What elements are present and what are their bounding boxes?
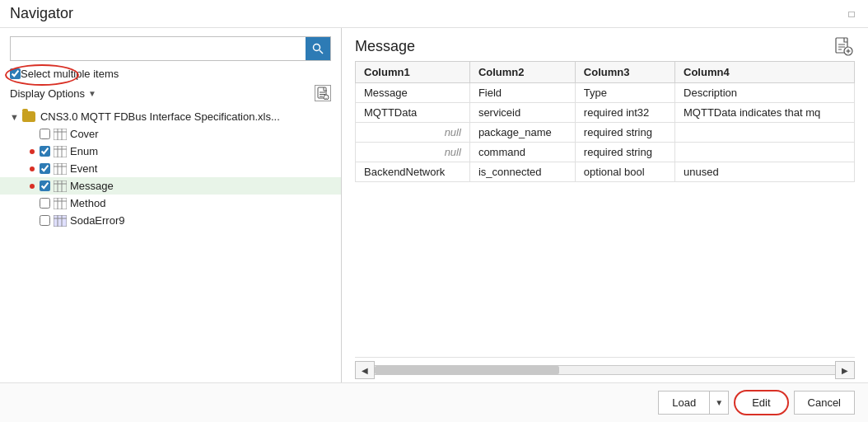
tree-item-label: Event	[70, 162, 97, 175]
data-table: Column1 Column2 Column3 Column4 Message …	[355, 61, 855, 182]
tree-item-checkbox-message[interactable]	[40, 181, 50, 191]
col-header-1: Column1	[356, 62, 470, 83]
display-options-button[interactable]: Display Options ▼	[10, 87, 96, 100]
col-header-3: Column3	[575, 62, 674, 83]
scroll-right-button[interactable]: ▶	[835, 361, 855, 379]
table-cell: MQTTData indicates that mq	[675, 103, 855, 123]
right-header: Message	[342, 28, 868, 61]
search-bar	[10, 36, 331, 61]
window-title: Navigator	[10, 5, 73, 22]
folder-icon	[22, 111, 35, 122]
table-icon	[54, 146, 67, 157]
document-icon	[833, 36, 853, 56]
table-cell: Type	[575, 83, 674, 103]
dot-indicator	[30, 184, 35, 189]
table-icon	[54, 181, 67, 192]
svg-point-0	[314, 45, 320, 51]
table-cell: serviceid	[469, 103, 575, 123]
search-button[interactable]	[306, 37, 330, 60]
tree-arrow-icon: ▼	[10, 112, 19, 122]
chevron-down-icon: ▼	[88, 89, 96, 98]
minimize-button[interactable]: □	[845, 7, 858, 21]
navigator-window: Navigator □ Select multiple i	[0, 0, 868, 422]
svg-rect-28	[54, 215, 67, 227]
tree-item-checkbox-event[interactable]	[40, 163, 50, 174]
tree-item-checkbox-sodaerror9[interactable]	[40, 215, 50, 226]
main-content: Select multiple items Display Options ▼	[0, 28, 868, 382]
scroll-left-button[interactable]: ◀	[355, 361, 375, 379]
display-options-row: Display Options ▼ +	[0, 82, 341, 105]
tree-root[interactable]: ▼ CNS3.0 MQTT FDBus Interface Specificat…	[0, 108, 341, 125]
tree-item-message[interactable]: Message	[0, 177, 341, 195]
search-input[interactable]	[11, 40, 306, 59]
svg-rect-16	[54, 163, 67, 175]
right-panel-title: Message	[355, 38, 415, 55]
table-cell-null: null	[356, 143, 470, 162]
table-cell: required string	[575, 143, 674, 162]
display-options-icon-btn[interactable]: +	[315, 85, 331, 101]
right-panel: Message	[342, 28, 868, 382]
edit-button[interactable]: Edit	[734, 390, 788, 415]
table-cell: MQTTData	[356, 103, 470, 123]
page-icon: +	[316, 87, 329, 100]
search-icon	[312, 43, 324, 54]
tree-area: ▼ CNS3.0 MQTT FDBus Interface Specificat…	[0, 105, 341, 382]
tree-item-label: Enum	[70, 145, 98, 157]
tree-item[interactable]: Event	[0, 160, 341, 177]
tree-item[interactable]: Enum	[0, 143, 341, 160]
table-row: null command required string	[356, 143, 855, 162]
load-dropdown-arrow[interactable]: ▼	[710, 392, 728, 414]
svg-rect-20	[54, 181, 67, 192]
svg-text:+: +	[325, 96, 328, 101]
table-cell: BackendNetwork	[356, 162, 470, 182]
table-container: Column1 Column2 Column3 Column4 Message …	[342, 61, 868, 357]
svg-line-1	[320, 50, 323, 54]
tree-item[interactable]: SodaError9	[0, 212, 341, 229]
title-bar-controls: □	[845, 7, 858, 21]
tree-root-label: CNS3.0 MQTT FDBus Interface Specificatio…	[40, 110, 280, 123]
select-multiple-wrapper: Select multiple items	[10, 68, 119, 80]
scroll-thumb	[375, 366, 559, 374]
table-row: Message Field Type Description	[356, 83, 855, 103]
table-icon	[54, 129, 67, 140]
tree-item-label: Message	[70, 180, 114, 192]
load-button-group: Load ▼	[658, 391, 729, 415]
table-row: null package_name required string	[356, 123, 855, 143]
table-cell: required int32	[575, 103, 674, 123]
tree-item-label: Cover	[70, 128, 99, 140]
load-button[interactable]: Load	[659, 392, 710, 414]
display-options-label: Display Options	[10, 87, 85, 100]
table-cell: unused	[675, 162, 855, 182]
table-row: MQTTData serviceid required int32 MQTTDa…	[356, 103, 855, 123]
table-icon	[54, 215, 67, 227]
table-cell: Description	[675, 83, 855, 103]
tree-item-checkbox-cover[interactable]	[40, 129, 50, 139]
col-header-2: Column2	[469, 62, 575, 83]
right-panel-icon[interactable]	[832, 35, 855, 58]
title-bar: Navigator □	[0, 0, 868, 28]
table-cell	[675, 123, 855, 143]
table-icon	[54, 198, 67, 209]
tree-item[interactable]: Cover	[0, 125, 341, 143]
table-cell	[675, 143, 855, 162]
table-icon	[54, 163, 67, 175]
tree-item-label: Method	[70, 197, 105, 209]
footer: Load ▼ Edit Cancel	[0, 382, 868, 422]
select-multiple-checkbox[interactable]	[10, 68, 21, 79]
scroll-track[interactable]	[375, 365, 835, 375]
col-header-4: Column4	[675, 62, 855, 83]
table-cell: is_connected	[469, 162, 575, 182]
table-cell: Message	[356, 83, 470, 103]
svg-rect-24	[54, 198, 67, 209]
table-cell-null: null	[356, 123, 470, 143]
tree-item-checkbox-enum[interactable]	[40, 146, 50, 157]
tree-item-checkbox-method[interactable]	[40, 198, 50, 209]
select-multiple-row: Select multiple items	[0, 66, 341, 82]
tree-item-label: SodaError9	[70, 214, 124, 227]
table-row: BackendNetwork is_connected optional boo…	[356, 162, 855, 182]
table-cell: Field	[469, 83, 575, 103]
tree-item[interactable]: Method	[0, 195, 341, 212]
cancel-button[interactable]: Cancel	[794, 391, 855, 415]
svg-rect-12	[54, 146, 67, 157]
horizontal-scrollbar: ◀ ▶	[355, 357, 855, 382]
